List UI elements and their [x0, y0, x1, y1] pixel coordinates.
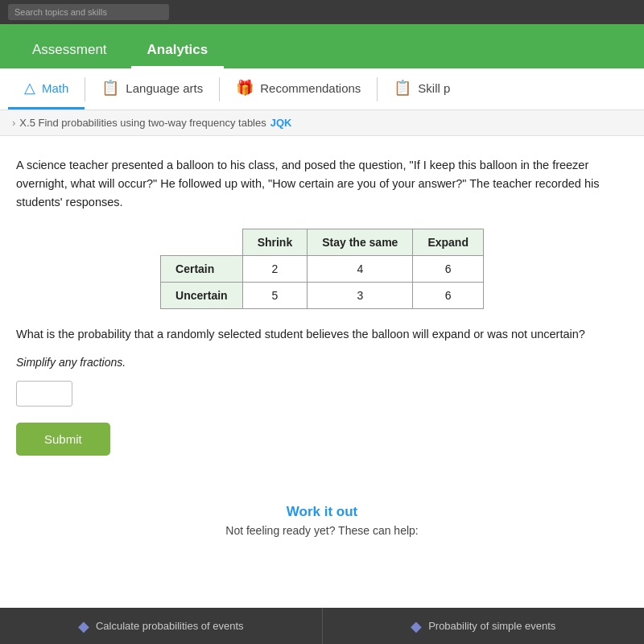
search-placeholder: Search topics and skills [14, 7, 107, 17]
work-it-out: Work it out Not feeling ready yet? These… [16, 488, 628, 553]
work-it-out-title: Work it out [32, 504, 612, 520]
page-wrapper: Search topics and skills Assessment Anal… [0, 0, 644, 644]
cell-certain-expand: 6 [413, 255, 484, 282]
subject-nav: △ Math 📋 Language arts 🎁 Recommendations… [0, 68, 644, 110]
sub-question: What is the probability that a randomly … [16, 325, 628, 344]
cell-uncertain-shrink: 5 [242, 282, 308, 308]
recommendations-icon: 🎁 [236, 79, 254, 97]
tab-assessment[interactable]: Assessment [16, 34, 123, 68]
submit-button[interactable]: Submit [16, 423, 110, 456]
bottom-link-1[interactable]: ◆ Calculate probabilities of events [0, 608, 323, 644]
answer-input[interactable] [16, 381, 72, 407]
main-content: A science teacher presented a balloon to… [0, 136, 644, 644]
diamond-icon-1: ◆ [78, 617, 89, 635]
cell-certain-same: 4 [308, 255, 413, 282]
table-row: Uncertain 5 3 6 [161, 282, 484, 308]
diamond-icon-2: ◆ [411, 617, 422, 635]
math-icon: △ [24, 79, 35, 97]
breadcrumb: › X.5 Find probabilities using two-way f… [0, 110, 644, 136]
work-it-out-subtitle: Not feeling ready yet? These can help: [32, 524, 612, 537]
simplify-note: Simplify any fractions. [16, 356, 628, 369]
cell-uncertain-same: 3 [308, 282, 413, 308]
header: Assessment Analytics [0, 24, 644, 68]
empty-header [161, 229, 243, 255]
language-arts-icon: 📋 [101, 79, 119, 97]
skill-icon: 📋 [394, 79, 411, 97]
tab-skill-p[interactable]: 📋 Skill p [378, 68, 466, 109]
frequency-table: Shrink Stay the same Expand Certain 2 4 … [160, 229, 484, 309]
search-bar[interactable]: Search topics and skills [8, 4, 169, 20]
row-certain: Certain [161, 255, 243, 282]
col-expand: Expand [413, 229, 484, 255]
question-text: A science teacher presented a balloon to… [16, 156, 628, 213]
row-uncertain: Uncertain [161, 282, 243, 308]
tab-recommendations[interactable]: 🎁 Recommendations [220, 68, 377, 109]
top-nav: Search topics and skills [0, 0, 644, 24]
tab-math[interactable]: △ Math [8, 68, 85, 109]
bottom-link-2[interactable]: ◆ Probability of simple events [323, 608, 645, 644]
col-shrink: Shrink [242, 229, 308, 255]
col-stay: Stay the same [308, 229, 413, 255]
table-row: Certain 2 4 6 [161, 255, 484, 282]
cell-certain-shrink: 2 [242, 255, 308, 282]
data-table-wrap: Shrink Stay the same Expand Certain 2 4 … [16, 229, 628, 309]
tab-analytics[interactable]: Analytics [131, 34, 225, 68]
chevron-icon: › [12, 117, 15, 129]
cell-uncertain-expand: 6 [413, 282, 484, 308]
tab-language-arts[interactable]: 📋 Language arts [85, 68, 219, 109]
bottom-links: ◆ Calculate probabilities of events ◆ Pr… [0, 608, 644, 644]
